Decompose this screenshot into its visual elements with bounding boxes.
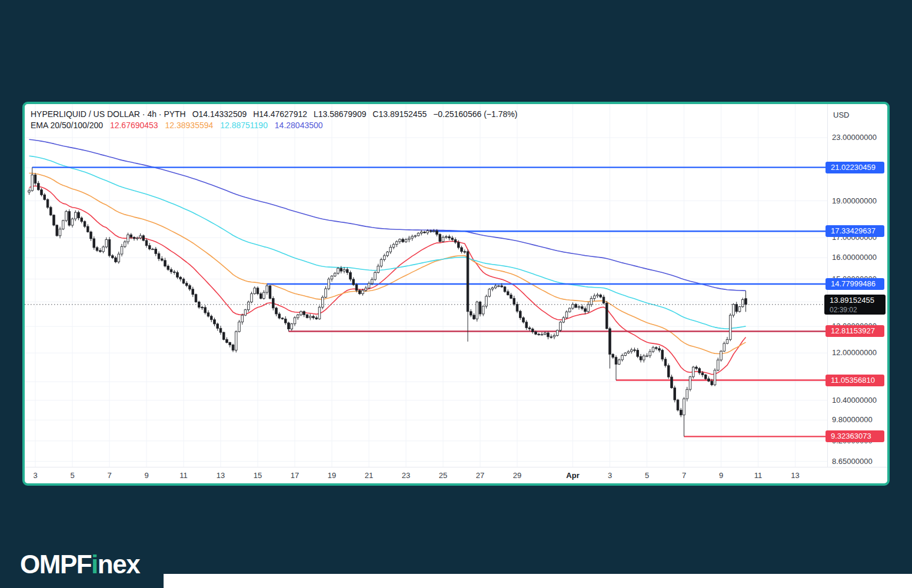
price-level-box: 14.77999486 — [826, 278, 884, 290]
price-chart-plot[interactable] — [25, 104, 827, 467]
chart-inner: HYPERLIQUID / US DOLLAR · 4h · PYTH O14.… — [25, 104, 887, 483]
price-gridline-label: 9.80000000 — [832, 415, 873, 424]
price-gridline-label: 19.00000000 — [832, 196, 877, 205]
time-label-5: 5 — [70, 471, 74, 480]
logo-suffix: nex — [98, 550, 139, 579]
time-label-7: 7 — [682, 471, 686, 480]
time-label-15: 15 — [254, 471, 262, 480]
ema-200-line — [29, 139, 746, 290]
price-gridline-label: 10.40000000 — [832, 396, 877, 405]
time-label-11: 11 — [754, 471, 763, 480]
time-label-apr: Apr — [566, 471, 579, 480]
ema20-value: 12.67690453 — [110, 121, 158, 130]
time-label-9: 9 — [144, 471, 148, 480]
current-price-box: 13.8915245502:39:02 — [824, 295, 886, 315]
ompfinex-logo: OMPFinex — [20, 550, 139, 579]
time-label-17: 17 — [291, 471, 299, 480]
time-axis[interactable]: 357911131517192123252729Apr35791113 — [25, 469, 827, 483]
price-level-box: 17.33429637 — [826, 225, 884, 237]
chart-legend: HYPERLIQUID / US DOLLAR · 4h · PYTH O14.… — [31, 109, 521, 131]
time-axis-separator — [25, 467, 887, 467]
price-gridline-label: 12.00000000 — [832, 348, 877, 357]
time-label-29: 29 — [513, 471, 521, 480]
time-label-19: 19 — [328, 471, 336, 480]
ema-legend-row: EMA 20/50/100/200 12.67690453 12.3893559… — [31, 120, 521, 131]
price-level-box: 11.05356810 — [826, 375, 884, 386]
price-gridline-label: 16.00000000 — [832, 253, 877, 262]
ema200-value: 14.28043500 — [275, 121, 323, 130]
close-value: C13.89152455 — [372, 109, 427, 119]
ema-100-line — [29, 156, 746, 329]
time-label-5: 5 — [645, 471, 649, 480]
time-label-13: 13 — [791, 471, 799, 480]
bar-countdown: 02:39:02 — [830, 305, 886, 315]
time-label-13: 13 — [217, 471, 225, 480]
time-label-25: 25 — [439, 471, 447, 480]
time-label-3: 3 — [33, 471, 37, 480]
currency-label: USD — [833, 111, 849, 119]
symbol-ohlc-row: HYPERLIQUID / US DOLLAR · 4h · PYTH O14.… — [31, 109, 521, 120]
price-axis[interactable]: USD 23.0000000021.0000000019.0000000017.… — [827, 104, 887, 467]
ema100-value: 12.88751190 — [220, 121, 268, 130]
page: { "header": { "line1": { "symbol": "HYPE… — [0, 0, 912, 588]
logo-accent-i: i — [91, 550, 98, 579]
open-value: O14.14332509 — [192, 109, 247, 119]
price-level-box: 12.81153927 — [826, 325, 884, 337]
time-label-9: 9 — [719, 471, 723, 480]
time-label-7: 7 — [107, 471, 111, 480]
price-level-box: 9.32363073 — [826, 430, 884, 442]
ema-20-line — [29, 186, 746, 375]
ema-label[interactable]: EMA 20/50/100/200 — [31, 121, 103, 130]
time-label-21: 21 — [365, 471, 373, 480]
price-gridline-label: 23.00000000 — [832, 133, 877, 142]
price-gridline-label: 8.65000000 — [832, 457, 873, 466]
low-value: L13.58679909 — [314, 109, 367, 119]
symbol-title[interactable]: HYPERLIQUID / US DOLLAR · 4h · PYTH — [31, 109, 186, 119]
time-label-3: 3 — [608, 471, 612, 480]
current-price-value: 13.89152455 — [830, 296, 886, 305]
price-level-box: 21.02230459 — [826, 162, 884, 173]
time-label-11: 11 — [179, 471, 188, 480]
time-label-27: 27 — [476, 471, 484, 480]
high-value: H14.47627912 — [253, 109, 307, 119]
time-label-23: 23 — [402, 471, 410, 480]
ema50-value: 12.38935594 — [165, 121, 214, 130]
chart-card: HYPERLIQUID / US DOLLAR · 4h · PYTH O14.… — [22, 102, 890, 486]
change-value: −0.25160566 (−1.78%) — [433, 109, 517, 119]
logo-prefix: OMPF — [20, 550, 91, 579]
bottom-white-strip — [164, 574, 912, 588]
